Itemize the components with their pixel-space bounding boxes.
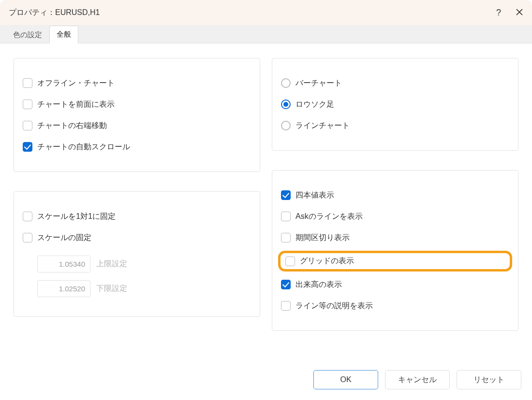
chart-shift-label: チャートの右端移動: [37, 121, 107, 131]
scale-fix-label: スケールの固定: [37, 233, 91, 243]
ask-line-checkbox[interactable]: [281, 212, 291, 221]
footer: OK キャンセル リセット: [0, 366, 532, 400]
ok-button[interactable]: OK: [313, 370, 378, 389]
lower-limit-input[interactable]: 1.02520: [37, 280, 90, 297]
bar-chart-radio[interactable]: [281, 78, 291, 88]
chart-type-panel: バーチャート ロウソク足 ラインチャート: [272, 58, 518, 151]
chart-shift-checkbox[interactable]: [23, 121, 32, 130]
tabs: 色の設定 全般: [0, 25, 532, 43]
ohlc-checkbox[interactable]: [281, 190, 291, 200]
ask-line-label: Askのラインを表示: [296, 212, 363, 222]
candlestick-label: ロウソク足: [296, 100, 334, 110]
window-title: プロパティ：EURUSD,H1: [9, 8, 100, 18]
chart-front-label: チャートを前面に表示: [37, 100, 115, 110]
period-sep-label: 期間区切り表示: [296, 233, 350, 243]
bar-chart-label: バーチャート: [296, 78, 342, 88]
tab-colors[interactable]: 色の設定: [6, 26, 49, 43]
line-chart-radio[interactable]: [281, 121, 291, 130]
tab-general[interactable]: 全般: [49, 26, 78, 43]
upper-limit-label: 上限設定: [96, 259, 127, 269]
close-icon[interactable]: [516, 8, 523, 17]
period-sep-checkbox[interactable]: [281, 233, 291, 243]
candlestick-radio[interactable]: [281, 100, 291, 109]
volume-label: 出来高の表示: [296, 280, 342, 290]
scale-1to1-label: スケールを1対1に固定: [37, 212, 116, 222]
desc-checkbox[interactable]: [281, 301, 291, 311]
volume-checkbox[interactable]: [281, 280, 291, 289]
titlebar: プロパティ：EURUSD,H1 ?: [0, 0, 532, 25]
properties-dialog: プロパティ：EURUSD,H1 ? 色の設定 全般 オフライン・チャート チャー…: [0, 0, 532, 400]
line-chart-label: ラインチャート: [296, 121, 350, 131]
grid-highlight: グリッドの表示: [278, 251, 512, 271]
scale-panel: スケールを1対1に固定 スケールの固定 1.05340 上限設定 1.02520…: [14, 191, 260, 317]
reset-button[interactable]: リセット: [457, 370, 521, 389]
scale-1to1-checkbox[interactable]: [23, 212, 32, 221]
ohlc-label: 四本値表示: [296, 190, 334, 200]
grid-checkbox[interactable]: [285, 257, 295, 266]
offline-chart-checkbox[interactable]: [23, 78, 32, 88]
scale-fix-checkbox[interactable]: [23, 233, 32, 243]
desc-label: ライン等の説明を表示: [296, 301, 373, 311]
cancel-button[interactable]: キャンセル: [385, 370, 450, 389]
auto-scroll-label: チャートの自動スクロール: [37, 142, 130, 152]
offline-chart-label: オフライン・チャート: [37, 78, 115, 88]
upper-limit-input[interactable]: 1.05340: [37, 256, 90, 272]
chart-behavior-panel: オフライン・チャート チャートを前面に表示 チャートの右端移動 チャートの自動ス…: [14, 58, 260, 172]
content-area: オフライン・チャート チャートを前面に表示 チャートの右端移動 チャートの自動ス…: [0, 43, 532, 366]
grid-label: グリッドの表示: [300, 256, 354, 266]
help-icon[interactable]: ?: [496, 8, 501, 18]
display-options-panel: 四本値表示 Askのラインを表示 期間区切り表示 グリッドの表示 出来高の表示: [272, 170, 518, 331]
chart-front-checkbox[interactable]: [23, 100, 32, 109]
lower-limit-label: 下限設定: [96, 284, 127, 294]
auto-scroll-checkbox[interactable]: [23, 142, 32, 152]
